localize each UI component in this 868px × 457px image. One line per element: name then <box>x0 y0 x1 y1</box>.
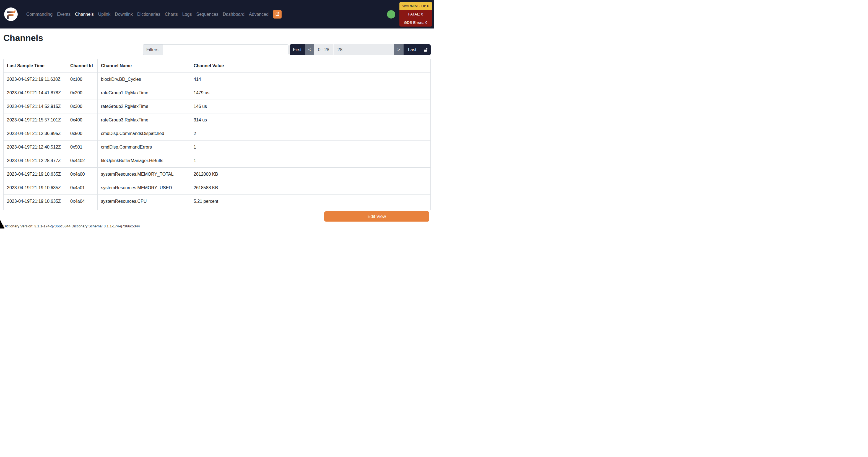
nav-item-logs[interactable]: Logs <box>182 12 192 17</box>
cell-channel-id: 0x500 <box>67 127 98 141</box>
cell-channel-name: blockDrv.BD_Cycles <box>98 73 190 86</box>
table-row[interactable]: 2023-04-19T21:19:10.635Z 0x4a00 systemRe… <box>4 167 431 181</box>
cell-last-sample-time: 2023-04-19T21:12:28.477Z <box>4 154 67 167</box>
cell-last-sample-time: 2023-04-19T21:12:36.995Z <box>4 127 67 141</box>
cell-channel-id: 0x4402 <box>67 154 98 167</box>
cell-last-sample-time: 2023-04-19T21:19:10.635Z <box>4 167 67 181</box>
nav-item-commanding[interactable]: Commanding <box>26 12 53 17</box>
status-badge: WARNING HI: 0 <box>399 2 432 10</box>
cell-channel-name: systemResources.CPU <box>98 195 190 208</box>
column-header-channel-id: Channel Id <box>67 59 98 73</box>
cell-channel-value: 1479 us <box>190 86 431 100</box>
cell-channel-value: 1 <box>190 154 431 167</box>
cell-last-sample-time <box>4 208 67 210</box>
cell-channel-name: rateGroup2.RgMaxTime <box>98 100 190 114</box>
pagination-last-button[interactable]: Last <box>404 44 421 55</box>
cell-channel-id: 0x200 <box>67 86 98 100</box>
cell-channel-id: 0x4a04 <box>67 195 98 208</box>
main-content: Channels Filters: First < 0 - 28 28 > La… <box>0 32 434 228</box>
nav-item-events[interactable]: Events <box>57 12 70 17</box>
nav-item-dashboard[interactable]: Dashboard <box>223 12 245 17</box>
page-title: Channels <box>3 32 431 44</box>
column-header-channel-name: Channel Name <box>98 59 190 73</box>
fprime-logo[interactable] <box>4 7 18 21</box>
column-header-last-sample-time: Last Sample Time <box>4 59 67 73</box>
cell-channel-value: 2 <box>190 127 431 141</box>
nav-item-channels[interactable]: Channels <box>75 12 94 17</box>
cell-channel-value: 2812000 KB <box>190 167 431 181</box>
cell-channel-id: 0x501 <box>67 141 98 154</box>
cell-channel-value: 146 us <box>190 100 431 114</box>
pagination-prev-button[interactable]: < <box>305 44 314 55</box>
channels-table-container[interactable]: Last Sample Time Channel Id Channel Name… <box>3 59 431 210</box>
unlock-icon <box>423 47 428 52</box>
cell-channel-id <box>67 208 98 210</box>
cell-channel-value: 5.21 percent <box>190 195 431 208</box>
pagination-bar: First < 0 - 28 28 > Last <box>289 44 431 55</box>
nav-item-downlink[interactable]: Downlink <box>115 12 133 17</box>
alert-badge-stack: WARNING HI: 0 FATAL: 0 GDS Errors: 0 <box>399 2 432 27</box>
pagination-first-button[interactable]: First <box>289 44 305 55</box>
open-new-window-button[interactable] <box>273 10 282 19</box>
channels-table: Last Sample Time Channel Id Channel Name… <box>3 59 431 210</box>
cell-last-sample-time: 2023-04-19T21:14:52.915Z <box>4 100 67 114</box>
cell-last-sample-time: 2023-04-19T21:19:11.638Z <box>4 73 67 86</box>
table-controls: Filters: First < 0 - 28 28 > Last <box>143 44 431 55</box>
cell-channel-name: systemResources.MEMORY_TOTAL <box>98 167 190 181</box>
status-badge: GDS Errors: 0 <box>399 18 432 27</box>
nav-item-charts[interactable]: Charts <box>165 12 178 17</box>
status-badge: FATAL: 0 <box>399 10 432 19</box>
cell-channel-name: rateGroup3.RgMaxTime <box>98 114 190 127</box>
pagination-lock-button[interactable] <box>421 44 431 55</box>
table-row[interactable]: 2023-04-19T21:12:36.995Z 0x500 cmdDisp.C… <box>4 127 431 141</box>
table-row[interactable]: 2023-04-19T21:19:11.638Z 0x100 blockDrv.… <box>4 73 431 86</box>
dictionary-version-text: Dictionary Version: 3.1.1-174-g7366c5344… <box>3 224 431 228</box>
cell-channel-id: 0x300 <box>67 100 98 114</box>
top-navbar: Commanding Events Channels Uplink Downli… <box>0 0 434 29</box>
nav-item-dictionaries[interactable]: Dictionaries <box>137 12 160 17</box>
nav-menu: Commanding Events Channels Uplink Downli… <box>24 10 271 19</box>
cell-channel-id: 0x400 <box>67 114 98 127</box>
cell-channel-value: 314 us <box>190 114 431 127</box>
connection-status-dot <box>387 10 395 19</box>
cell-channel-name: fileUplinkBufferManager.HiBuffs <box>98 154 190 167</box>
cell-last-sample-time: 2023-04-19T21:12:40.512Z <box>4 141 67 154</box>
cell-channel-value: 2618588 KB <box>190 181 431 195</box>
table-header-row: Last Sample Time Channel Id Channel Name… <box>4 59 431 73</box>
cell-channel-id: 0x4a01 <box>67 181 98 195</box>
table-row[interactable]: 2023-04-19T21:14:52.915Z 0x300 rateGroup… <box>4 100 431 114</box>
cell-channel-name: cmdDisp.CommandsDispatched <box>98 127 190 141</box>
cell-channel-value: 414 <box>190 73 431 86</box>
cell-last-sample-time: 2023-04-19T21:19:10.635Z <box>4 195 67 208</box>
table-row[interactable]: 2023-04-19T21:19:10.635Z 0x4a04 systemRe… <box>4 195 431 208</box>
nav-item-uplink[interactable]: Uplink <box>98 12 111 17</box>
nav-item-sequences[interactable]: Sequences <box>196 12 219 17</box>
cell-channel-id: 0x100 <box>67 73 98 86</box>
nav-item-advanced[interactable]: Advanced <box>249 12 269 17</box>
filters-input[interactable] <box>163 44 288 55</box>
cell-channel-name: rateGroup1.RgMaxTime <box>98 86 190 100</box>
cell-last-sample-time: 2023-04-19T21:19:10.635Z <box>4 181 67 195</box>
edit-view-button[interactable]: Edit View <box>324 211 429 221</box>
cell-channel-name <box>98 208 190 210</box>
table-row[interactable]: 2023-04-19T21:12:40.512Z 0x501 cmdDisp.C… <box>4 141 431 154</box>
filters-label: Filters: <box>143 44 163 55</box>
cell-last-sample-time: 2023-04-19T21:14:41.878Z <box>4 86 67 100</box>
cell-channel-name: systemResources.MEMORY_USED <box>98 181 190 195</box>
table-row[interactable] <box>4 208 431 210</box>
pagination-range-display: 0 - 28 <box>314 44 334 55</box>
pagination-next-button[interactable]: > <box>394 44 404 55</box>
table-row[interactable]: 2023-04-19T21:12:28.477Z 0x4402 fileUpli… <box>4 154 431 167</box>
cell-channel-value: 1 <box>190 141 431 154</box>
external-link-icon <box>275 12 280 17</box>
table-row[interactable]: 2023-04-19T21:14:41.878Z 0x200 rateGroup… <box>4 86 431 100</box>
pagination-count-display: 28 <box>334 44 394 55</box>
filter-group: Filters: <box>143 44 288 55</box>
cell-last-sample-time: 2023-04-19T21:15:57.101Z <box>4 114 67 127</box>
edit-view-row: Edit View <box>3 211 431 221</box>
cell-channel-name: cmdDisp.CommandErrors <box>98 141 190 154</box>
column-header-channel-value: Channel Value <box>190 59 431 73</box>
cell-channel-value <box>190 208 431 210</box>
table-row[interactable]: 2023-04-19T21:19:10.635Z 0x4a01 systemRe… <box>4 181 431 195</box>
table-row[interactable]: 2023-04-19T21:15:57.101Z 0x400 rateGroup… <box>4 114 431 127</box>
